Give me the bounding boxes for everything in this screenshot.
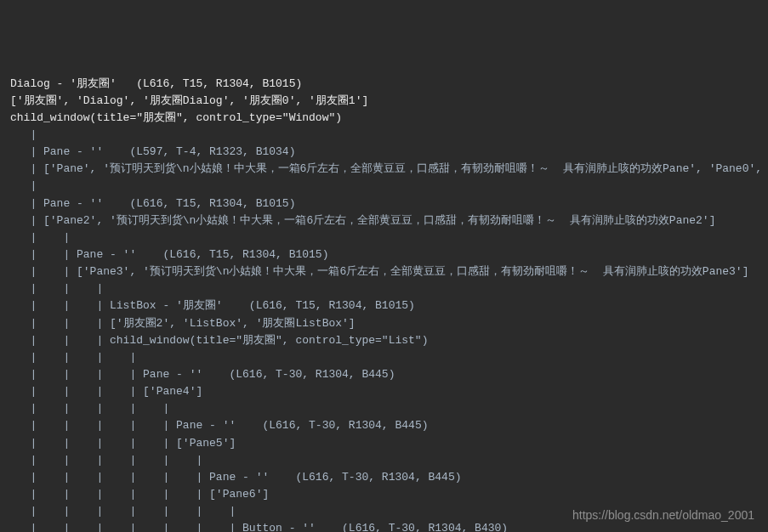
output-line-16: | | | | xyxy=(10,349,758,366)
output-line-14: | | | ['朋友圈2', 'ListBox', '朋友圈ListBox'] xyxy=(10,315,758,332)
output-line-8: | ['Pane2', '预订明天到货\n小姑娘！中大果，一箱6斤左右，全部黄豆… xyxy=(10,212,758,229)
output-line-9: | | xyxy=(10,229,758,246)
console-output: Dialog - '朋友圈' (L616, T15, R1304, B1015)… xyxy=(10,76,758,532)
output-line-22: | | | | | | xyxy=(10,452,758,469)
output-line-3: | xyxy=(10,127,758,144)
output-line-12: | | | xyxy=(10,280,758,297)
output-line-7: | Pane - '' (L616, T15, R1304, B1015) xyxy=(10,195,758,212)
output-line-13: | | | ListBox - '朋友圈' (L616, T15, R1304,… xyxy=(10,297,758,314)
output-line-6: | xyxy=(10,178,758,195)
output-line-11: | | ['Pane3', '预订明天到货\n小姑娘！中大果，一箱6斤左右，全部… xyxy=(10,263,758,280)
output-line-24: | | | | | | ['Pane6'] xyxy=(10,486,758,503)
output-line-15: | | | child_window(title="朋友圈", control_… xyxy=(10,332,758,349)
output-line-18: | | | | ['Pane4'] xyxy=(10,383,758,400)
output-line-23: | | | | | | Pane - '' (L616, T-30, R1304… xyxy=(10,469,758,486)
output-line-1: ['朋友圈', 'Dialog', '朋友圈Dialog', '朋友圈0', '… xyxy=(10,93,758,110)
output-line-10: | | Pane - '' (L616, T15, R1304, B1015) xyxy=(10,246,758,263)
output-line-19: | | | | | xyxy=(10,400,758,417)
output-line-5: | ['Pane', '预订明天到货\n小姑娘！中大果，一箱6斤左右，全部黄豆豆… xyxy=(10,161,758,178)
output-line-2: child_window(title="朋友圈", control_type="… xyxy=(10,110,758,127)
watermark-text: https://blog.csdn.net/oldmao_2001 xyxy=(572,507,754,525)
output-line-4: | Pane - '' (L597, T-4, R1323, B1034) xyxy=(10,144,758,161)
output-line-17: | | | | Pane - '' (L616, T-30, R1304, B4… xyxy=(10,366,758,383)
output-line-21: | | | | | ['Pane5'] xyxy=(10,435,758,452)
output-line-0: Dialog - '朋友圈' (L616, T15, R1304, B1015) xyxy=(10,76,758,93)
output-line-20: | | | | | Pane - '' (L616, T-30, R1304, … xyxy=(10,417,758,434)
